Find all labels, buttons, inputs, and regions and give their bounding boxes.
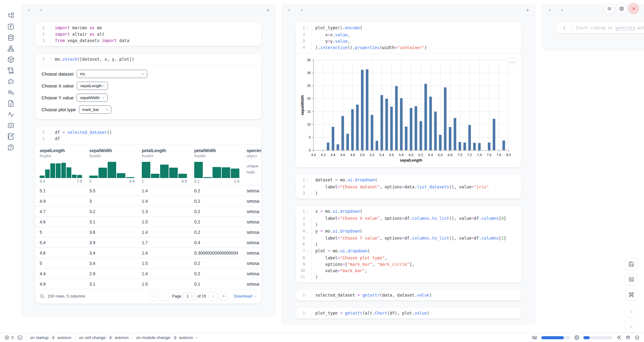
chart-bar xyxy=(395,86,398,150)
chevron-down-icon xyxy=(190,294,194,298)
download-button[interactable]: Download xyxy=(234,294,257,298)
column-header[interactable]: speciesobjectunique:nulls: xyxy=(247,148,261,183)
run-mode-button[interactable]: on startup:autorun xyxy=(30,335,72,340)
fold-marker-icon: ⌄ xyxy=(305,208,309,215)
svg-text:10: 10 xyxy=(307,123,311,126)
file-text-icon[interactable] xyxy=(7,100,14,107)
table-row[interactable]: 4.63.11.50.2setosa xyxy=(35,216,261,227)
column-right-button[interactable] xyxy=(560,8,564,12)
search-icon[interactable] xyxy=(40,294,45,299)
menu-button[interactable] xyxy=(604,3,615,14)
run-button[interactable] xyxy=(625,321,637,333)
table-row[interactable]: 4.42.91.40.2setosa xyxy=(35,268,261,279)
table-row[interactable]: 5.43.91.70.4setosa xyxy=(35,237,261,248)
save-button[interactable] xyxy=(625,258,637,270)
histogram-bar xyxy=(213,167,221,178)
line-number: 10 xyxy=(296,268,305,274)
code-editor[interactable]: 1plot_type = getattr(alt.Chart(df), plot… xyxy=(296,308,521,319)
chevron-down-icon xyxy=(102,84,106,88)
chart-bar xyxy=(424,84,427,150)
error-count[interactable]: 0 xyxy=(4,335,14,340)
histogram-bar xyxy=(126,177,134,178)
code-editor[interactable]: 1df = selected_dataset()2df xyxy=(35,127,261,144)
chart-bar xyxy=(478,143,481,150)
stop-button[interactable] xyxy=(625,305,637,318)
page-select[interactable]: 1 xyxy=(184,292,195,300)
histogram-min: 1 xyxy=(142,179,144,183)
table-row[interactable]: 4.73.21.30.2setosa xyxy=(35,206,261,216)
table-row[interactable]: 4.93.11.50.1setosa xyxy=(35,279,261,289)
plot-type-select[interactable]: mark_bar xyxy=(79,105,111,114)
command-icon xyxy=(628,292,634,297)
command-palette-button[interactable] xyxy=(625,288,637,301)
column-right-button[interactable] xyxy=(299,8,304,12)
sparkles-icon[interactable] xyxy=(616,335,621,340)
chart-actions-button[interactable] xyxy=(506,57,517,68)
table-cell: setosa xyxy=(247,271,261,276)
fold-spacer xyxy=(305,274,309,280)
list-search-icon[interactable] xyxy=(7,89,14,96)
table-row[interactable]: 53.41.50.2setosa xyxy=(35,258,261,268)
activity-icon[interactable] xyxy=(7,111,14,118)
help-circle-icon[interactable] xyxy=(7,144,14,151)
histogram-min: 0.1 xyxy=(194,179,199,183)
svg-text:7.4: 7.4 xyxy=(477,153,481,157)
code-editor[interactable]: 1⌄x = mo.ui.dropdown(2 label="Choose X v… xyxy=(296,206,521,283)
terminal-button[interactable] xyxy=(17,335,23,340)
table-cell: 4.6 xyxy=(40,219,89,224)
database-icon[interactable] xyxy=(7,34,14,41)
code-editor[interactable]: 1⌄plot_type().encode(2 x=x.value,3 y=y.v… xyxy=(296,23,521,53)
settings-button[interactable] xyxy=(616,3,627,14)
bot-message-icon[interactable] xyxy=(7,78,14,85)
column-header[interactable]: sepalLengthfloat644.37.9 xyxy=(40,148,89,183)
code-editor[interactable]: 1mo.vstack([dataset, x, y, plot]) xyxy=(35,54,261,65)
table-row[interactable]: 4.931.40.2setosa xyxy=(35,196,261,206)
column-left-button[interactable] xyxy=(27,8,31,12)
add-cell-button[interactable] xyxy=(525,8,530,12)
column-header[interactable]: petalWidthfloat640.12.5 xyxy=(194,148,247,183)
function-square-icon[interactable] xyxy=(7,23,14,30)
chart-bar xyxy=(390,107,393,150)
notebook-pen-icon[interactable] xyxy=(7,133,14,140)
dataset-select[interactable]: iris xyxy=(77,70,147,78)
altair-chart[interactable]: 4.04.24.44.64.85.05.25.45.65.86.06.26.46… xyxy=(300,57,513,164)
column-left-button[interactable] xyxy=(547,8,552,12)
scroll-text-icon[interactable] xyxy=(7,67,14,74)
table-row[interactable]: 5.13.51.40.2setosa xyxy=(35,185,261,196)
table-cell: 1.3 xyxy=(142,209,194,214)
layout-button[interactable] xyxy=(625,273,637,285)
file-tree-icon[interactable] xyxy=(7,12,14,19)
table-row[interactable]: 4.63.41.40.30000000000000004setosa xyxy=(35,248,261,258)
run-mode-button[interactable]: on module change:autorun xyxy=(136,335,199,340)
table-cell: 0.2 xyxy=(194,271,247,276)
next-page-button[interactable] xyxy=(208,292,217,301)
copilot-icon[interactable] xyxy=(625,335,631,340)
histogram-bar xyxy=(45,169,50,178)
check-circle-icon[interactable] xyxy=(635,335,640,340)
code-box-icon[interactable] xyxy=(7,122,14,129)
first-page-button[interactable] xyxy=(150,292,159,301)
code-editor[interactable]: 1import marimo as mo2import altair as al… xyxy=(35,23,261,46)
code-editor-placeholder[interactable]: 1Start coding or generate with xyxy=(556,23,644,33)
histogram-range: 24.4 xyxy=(89,179,134,183)
package-icon[interactable] xyxy=(7,56,14,63)
last-page-button[interactable] xyxy=(219,292,228,301)
add-cell-button[interactable] xyxy=(266,8,270,12)
column-right-button[interactable] xyxy=(39,8,44,12)
y-value-select[interactable]: sepalWidth xyxy=(77,94,108,102)
table-row[interactable]: 53.61.40.2setosa xyxy=(35,227,261,237)
code-editor[interactable]: 1⌄dataset = mo.ui.dropdown(2 label="Choo… xyxy=(296,175,521,199)
prev-page-button[interactable] xyxy=(161,292,170,301)
column-left-button[interactable] xyxy=(287,8,292,12)
x-value-label: Choose X value xyxy=(41,83,74,88)
table-cell: 1.5 xyxy=(142,219,194,224)
column-header[interactable]: sepalWidthfloat6424.4 xyxy=(89,148,142,183)
workflow-icon[interactable] xyxy=(7,45,14,52)
x-value-select[interactable]: sepalLength xyxy=(77,82,108,90)
code-editor[interactable]: 1selected_dataset = getattr(data, datase… xyxy=(296,290,521,301)
column-header[interactable]: petalLengthfloat6416.9 xyxy=(142,148,194,183)
sidebar-rail xyxy=(0,0,21,332)
shutdown-button[interactable] xyxy=(628,3,639,14)
histogram-bar xyxy=(222,167,230,178)
run-mode-button[interactable]: on cell change:autorun xyxy=(79,335,129,340)
